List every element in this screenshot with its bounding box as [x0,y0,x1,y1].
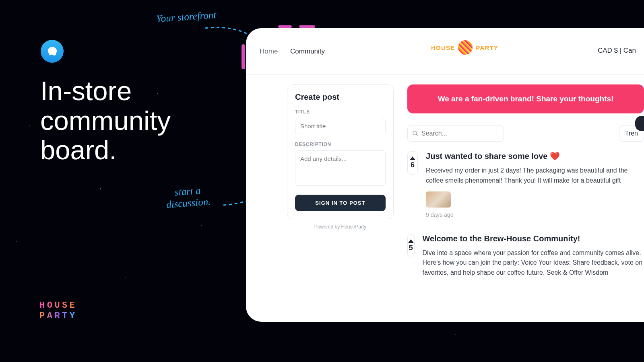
svg-point-1 [413,131,417,135]
description-input[interactable] [295,150,386,186]
houseparty-wordmark: HOUSE PARTY [39,300,77,322]
post-body-text: Dive into a space where your passion for… [423,248,644,278]
search-icon [412,130,419,137]
upvote-arrow-icon [410,156,415,160]
title-input[interactable] [295,118,386,134]
community-feed: We are a fan-driven brand! Share your th… [407,84,644,294]
hero-title: In-store community board. [40,76,171,165]
post-timestamp: 9 days ago [426,212,644,218]
storefront-app-window: Home Community HOUSE PARTY CAD $ | Can C… [246,28,644,322]
post-title[interactable]: Welcome to the Brew-House Community! [423,234,644,243]
app-header: Home Community HOUSE PARTY CAD $ | Can [246,28,644,75]
main-nav: Home Community [260,47,335,56]
annotation-start: start adiscussion. [165,184,211,210]
post-item: 6 Just wanted to share some love ❤️ Rece… [407,151,644,218]
post-body-text: Received my order in just 2 days! The pa… [426,166,644,186]
vote-count: 5 [409,244,413,252]
nav-home[interactable]: Home [260,47,278,55]
post-title[interactable]: Just wanted to share some love ❤️ [426,151,644,161]
upvote-button[interactable]: 6 [407,151,418,175]
description-label: DESCRIPTION [295,142,386,147]
post-thumbnail[interactable] [426,191,451,208]
search-wrapper [407,125,504,142]
svg-point-0 [52,51,56,56]
title-label: TITLE [295,109,386,115]
feed-banner: We are a fan-driven brand! Share your th… [407,84,644,113]
create-post-heading: Create post [295,93,386,102]
decoration-pill [278,25,292,28]
svg-line-2 [416,134,417,136]
currency-selector[interactable]: CAD $ | Can [598,47,636,55]
sign-in-to-post-button[interactable]: SIGN IN TO POST [295,195,386,211]
brand-logo: HOUSE PARTY [431,40,498,55]
post-item: 5 Welcome to the Brew-House Community! D… [407,234,644,278]
vote-count: 6 [411,161,415,169]
upvote-arrow-icon [408,239,414,243]
disco-icon [458,40,473,55]
annotation-storefront: Your storefront [156,9,217,25]
decoration-pill [299,25,315,28]
decoration-bar [242,44,245,69]
upvote-button[interactable]: 5 [407,234,415,257]
app-badge [41,40,64,63]
search-input[interactable] [407,125,504,142]
nav-community[interactable]: Community [290,47,325,55]
help-bubble[interactable] [635,116,644,131]
powered-by: Powered by HouseParty [287,224,394,230]
create-post-card: Create post TITLE DESCRIPTION SIGN IN TO… [287,84,394,219]
chat-icon [46,45,58,58]
